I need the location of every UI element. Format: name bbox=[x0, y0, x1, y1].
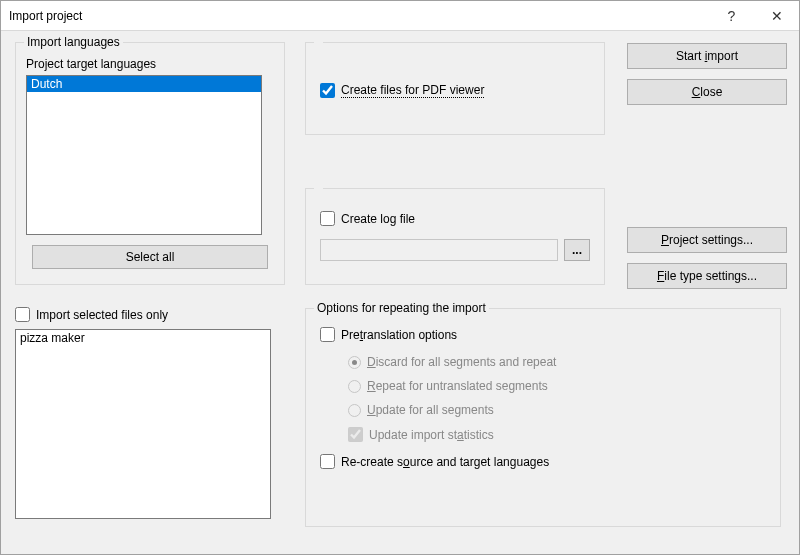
radio-icon bbox=[348, 404, 361, 417]
log-group: . Create log file ... bbox=[305, 181, 605, 285]
client-area: Import languages Project target language… bbox=[1, 31, 799, 554]
titlebar: Import project ? ✕ bbox=[1, 1, 799, 31]
import-languages-legend: Import languages bbox=[24, 35, 123, 49]
radio-icon bbox=[348, 380, 361, 393]
pretranslation-checkbox[interactable]: Pretranslation options bbox=[320, 327, 457, 342]
import-languages-group: Import languages Project target language… bbox=[15, 35, 285, 285]
create-pdf-label: Create files for PDF viewer bbox=[341, 83, 484, 98]
files-listbox[interactable]: pizza maker bbox=[15, 329, 271, 519]
update-all-label: Update for all segments bbox=[367, 403, 494, 417]
close-button[interactable]: Close bbox=[627, 79, 787, 105]
project-settings-button[interactable]: Project settings... bbox=[627, 227, 787, 253]
window-title: Import project bbox=[1, 9, 709, 23]
pdf-group: . Create files for PDF viewer bbox=[305, 35, 605, 135]
update-stats-checkbox: Update import statistics bbox=[348, 427, 772, 442]
pretranslation-input[interactable] bbox=[320, 327, 335, 342]
repeat-options-group: Options for repeating the import Pretran… bbox=[305, 301, 781, 527]
repeat-untranslated-label: Repeat for untranslated segments bbox=[367, 379, 548, 393]
import-project-dialog: Import project ? ✕ Import languages Proj… bbox=[0, 0, 800, 555]
update-all-radio: Update for all segments bbox=[348, 403, 772, 417]
radio-icon bbox=[348, 356, 361, 369]
close-window-button[interactable]: ✕ bbox=[754, 1, 799, 31]
file-type-settings-button[interactable]: File type settings... bbox=[627, 263, 787, 289]
repeat-untranslated-radio: Repeat for untranslated segments bbox=[348, 379, 772, 393]
select-all-button[interactable]: Select all bbox=[32, 245, 268, 269]
create-log-label: Create log file bbox=[341, 212, 415, 226]
update-stats-input bbox=[348, 427, 363, 442]
import-selected-only-label: Import selected files only bbox=[36, 308, 168, 322]
browse-log-button[interactable]: ... bbox=[564, 239, 590, 261]
help-button[interactable]: ? bbox=[709, 1, 754, 31]
discard-label: Discard for all segments and repeat bbox=[367, 355, 556, 369]
start-import-button[interactable]: Start import bbox=[627, 43, 787, 69]
import-selected-only-input[interactable] bbox=[15, 307, 30, 322]
recreate-langs-input[interactable] bbox=[320, 454, 335, 469]
repeat-options-legend: Options for repeating the import bbox=[314, 301, 489, 315]
discard-radio: Discard for all segments and repeat bbox=[348, 355, 772, 369]
pretranslation-label: Pretranslation options bbox=[341, 328, 457, 342]
create-pdf-input[interactable] bbox=[320, 83, 335, 98]
close-icon: ✕ bbox=[771, 8, 783, 24]
recreate-langs-checkbox[interactable]: Re-create source and target languages bbox=[320, 454, 549, 469]
help-icon: ? bbox=[728, 8, 736, 24]
import-selected-only-checkbox[interactable]: Import selected files only bbox=[15, 307, 285, 322]
target-languages-listbox[interactable]: Dutch bbox=[26, 75, 262, 235]
list-item[interactable]: Dutch bbox=[27, 76, 261, 92]
create-pdf-checkbox[interactable]: Create files for PDF viewer bbox=[320, 83, 484, 98]
log-path-input bbox=[320, 239, 558, 261]
create-log-checkbox[interactable]: Create log file bbox=[320, 211, 415, 226]
update-stats-label: Update import statistics bbox=[369, 428, 494, 442]
create-log-input[interactable] bbox=[320, 211, 335, 226]
recreate-langs-label: Re-create source and target languages bbox=[341, 455, 549, 469]
target-languages-label: Project target languages bbox=[26, 57, 276, 71]
list-item[interactable]: pizza maker bbox=[16, 330, 270, 346]
